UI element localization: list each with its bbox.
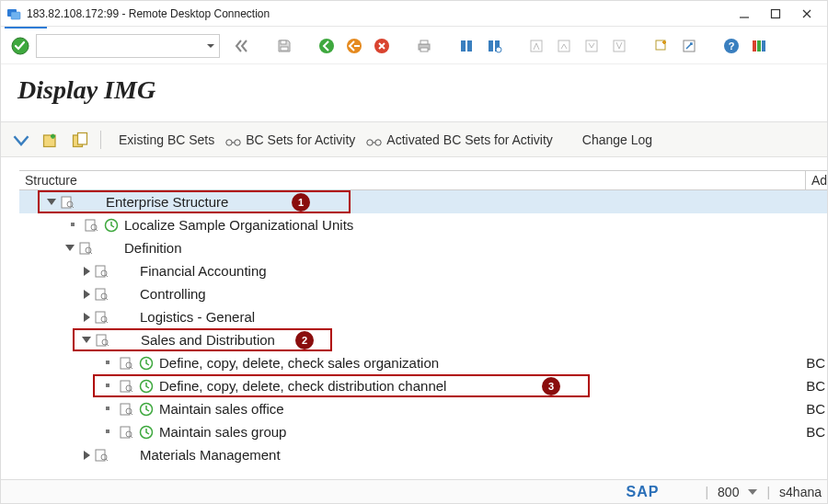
tree-label: Maintain sales group — [159, 422, 286, 442]
tree-row-enterprise-structure[interactable]: Enterprise Structure — [19, 190, 827, 213]
svg-line-45 — [96, 229, 98, 231]
activity-icon[interactable] — [139, 425, 154, 440]
help-icon[interactable]: ? — [720, 36, 742, 56]
maximize-button[interactable] — [766, 5, 785, 23]
chevron-down-icon[interactable] — [748, 489, 757, 495]
annotation-badge-1: 1 — [292, 193, 310, 212]
find-next-icon[interactable] — [483, 36, 505, 56]
chevron-right-icon[interactable] — [84, 267, 90, 276]
svg-point-19 — [496, 47, 501, 52]
shortcut-icon[interactable] — [678, 36, 700, 56]
divider: | — [766, 485, 770, 499]
save-icon[interactable] — [273, 36, 295, 56]
tree-row-dist-channel[interactable]: Define, copy, delete, check distribution… — [19, 374, 827, 397]
tree-row-sales-distribution[interactable]: Sales and Distribution — [19, 328, 827, 351]
svg-rect-21 — [558, 40, 569, 52]
existing-bc-sets-button[interactable]: Existing BC Sets — [119, 132, 214, 147]
tree-row[interactable]: Logistics - General — [19, 305, 827, 328]
doc-icon[interactable] — [95, 333, 109, 348]
layout-icon[interactable] — [748, 36, 770, 56]
svg-point-37 — [367, 139, 373, 144]
new-session-icon[interactable] — [650, 36, 673, 56]
prev-page-icon[interactable] — [553, 36, 575, 56]
svg-rect-13 — [420, 40, 428, 44]
glasses-icon — [366, 135, 383, 144]
doc-icon[interactable] — [94, 264, 109, 279]
next-page-icon[interactable] — [581, 36, 603, 56]
svg-rect-62 — [121, 358, 130, 369]
svg-rect-1 — [11, 12, 20, 19]
command-field[interactable] — [36, 34, 220, 58]
tree-panel: Structure Ad Enterprise Structure Locali… — [19, 170, 827, 477]
tree-label: Logistics - General — [140, 307, 255, 327]
copy-node-icon[interactable] — [71, 131, 89, 149]
tree-row[interactable]: Financial Accounting — [19, 259, 827, 282]
last-page-icon[interactable] — [608, 36, 630, 56]
svg-point-9 — [319, 39, 334, 53]
chevron-down-icon[interactable] — [65, 245, 75, 251]
svg-line-64 — [131, 367, 132, 369]
doc-icon[interactable] — [94, 448, 109, 463]
svg-rect-56 — [96, 312, 105, 323]
tree-row[interactable]: Materials Management — [19, 443, 827, 466]
bc-sets-for-activity-label: BC Sets for Activity — [246, 132, 355, 147]
find-icon[interactable] — [455, 36, 477, 56]
svg-rect-40 — [62, 197, 71, 208]
svg-rect-78 — [96, 450, 105, 461]
expand-all-icon[interactable] — [12, 131, 30, 149]
print-icon[interactable] — [413, 36, 435, 56]
doc-icon[interactable] — [94, 310, 109, 325]
add-node-icon[interactable] — [41, 131, 60, 149]
chevrons-left-icon[interactable] — [231, 36, 253, 56]
doc-icon[interactable] — [84, 218, 98, 233]
close-button[interactable] — [798, 5, 816, 23]
window-title: 183.82.108.172:99 - Remote Desktop Conne… — [27, 7, 270, 20]
tree-row[interactable]: Define, copy, delete, check sales organi… — [19, 351, 827, 374]
exit-icon[interactable] — [343, 36, 365, 56]
tree-row[interactable]: Maintain sales office BC — [19, 397, 827, 420]
chevron-right-icon[interactable] — [84, 451, 90, 460]
svg-rect-7 — [281, 40, 286, 44]
right-col: BC — [806, 376, 827, 396]
cancel-icon[interactable] — [371, 36, 393, 56]
ok-check-icon[interactable] — [10, 36, 30, 56]
doc-icon[interactable] — [60, 195, 75, 210]
change-log-button[interactable]: Change Log — [582, 132, 652, 147]
back-icon[interactable] — [316, 36, 338, 56]
doc-icon[interactable] — [78, 241, 93, 256]
first-page-icon[interactable] — [525, 36, 547, 56]
chevron-down-icon[interactable] — [47, 199, 56, 205]
bc-sets-for-activity-button[interactable]: BC Sets for Activity — [225, 132, 355, 147]
doc-icon[interactable] — [119, 356, 133, 371]
doc-icon[interactable] — [119, 425, 133, 440]
svg-rect-59 — [97, 335, 106, 346]
leaf-dot-icon — [106, 430, 109, 433]
svg-line-58 — [106, 321, 108, 323]
leaf-dot-icon — [71, 223, 75, 226]
chevron-down-icon[interactable] — [82, 337, 91, 343]
activity-icon[interactable] — [139, 356, 154, 371]
tree-row-definition[interactable]: Definition — [19, 236, 827, 259]
activated-bc-sets-button[interactable]: Activated BC Sets for Activity — [366, 132, 553, 147]
activity-icon[interactable] — [104, 218, 119, 233]
zoom-value[interactable]: 800 — [718, 485, 739, 499]
leaf-dot-icon — [106, 384, 109, 387]
activity-icon[interactable] — [139, 379, 154, 394]
doc-icon[interactable] — [94, 287, 109, 302]
rdp-icon — [6, 6, 21, 21]
chevron-right-icon[interactable] — [84, 313, 90, 322]
minimize-button[interactable] — [735, 5, 753, 23]
tree-row[interactable]: Localize Sample Organizational Units — [19, 213, 827, 236]
annotation-badge-3: 3 — [542, 377, 560, 395]
svg-rect-28 — [753, 40, 756, 52]
tree-label: Define, copy, delete, check distribution… — [159, 376, 446, 396]
tree-row[interactable]: Maintain sales group BC — [19, 420, 827, 443]
tree-row[interactable]: Controlling — [19, 282, 827, 305]
activity-icon[interactable] — [139, 402, 154, 417]
chevron-right-icon[interactable] — [84, 290, 90, 299]
right-col: BC — [806, 399, 827, 419]
doc-icon[interactable] — [119, 379, 133, 394]
svg-rect-16 — [467, 40, 472, 52]
tree-label: Maintain sales office — [159, 399, 284, 419]
doc-icon[interactable] — [119, 402, 133, 417]
